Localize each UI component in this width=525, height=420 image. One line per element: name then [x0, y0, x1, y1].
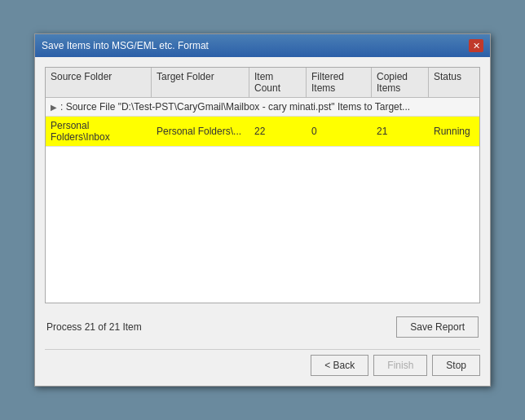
back-button[interactable]: < Back	[311, 355, 368, 376]
button-row: < Back Finish Stop	[45, 349, 480, 376]
cell-status: Running	[429, 122, 479, 140]
cell-target: Personal Folders\...	[152, 122, 249, 140]
expand-icon: ▶	[51, 103, 57, 112]
cell-count: 22	[249, 122, 307, 140]
group-row-text: : Source File "D:\Test-PST\CaryGmail\Mai…	[60, 101, 410, 113]
col-header-status: Status	[429, 68, 479, 97]
process-text: Process 21 of 21 Item	[46, 321, 142, 333]
stop-button[interactable]: Stop	[432, 355, 480, 376]
table-header: Source Folder Target Folder Item Count F…	[46, 68, 479, 98]
window-title: Save Items into MSG/EML etc. Format	[42, 40, 209, 51]
main-window: Save Items into MSG/EML etc. Format ✕ So…	[34, 33, 491, 387]
cell-copied: 21	[372, 122, 429, 140]
cell-filtered: 0	[307, 122, 372, 140]
col-header-filtered: Filtered Items	[307, 68, 372, 97]
status-area: Process 21 of 21 Item Save Report	[45, 312, 480, 343]
title-bar: Save Items into MSG/EML etc. Format ✕	[35, 34, 490, 57]
save-report-button[interactable]: Save Report	[396, 316, 479, 338]
col-header-target: Target Folder	[152, 68, 249, 97]
col-header-count: Item Count	[249, 68, 307, 97]
finish-button[interactable]: Finish	[373, 355, 427, 376]
close-button[interactable]: ✕	[469, 39, 483, 52]
table-row: Personal Folders\Inbox Personal Folders\…	[46, 117, 479, 147]
window-body: Source Folder Target Folder Item Count F…	[35, 57, 490, 386]
col-header-source: Source Folder	[46, 68, 152, 97]
group-row: ▶ : Source File "D:\Test-PST\CaryGmail\M…	[46, 98, 479, 117]
cell-source: Personal Folders\Inbox	[46, 117, 152, 146]
col-header-copied: Copied Items	[372, 68, 429, 97]
data-table: Source Folder Target Folder Item Count F…	[45, 67, 480, 303]
